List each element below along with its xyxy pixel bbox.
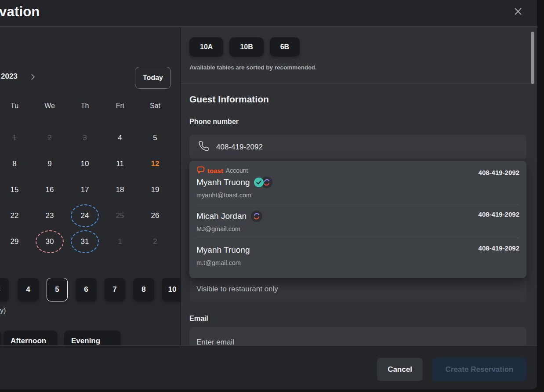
calendar-day[interactable]: 4 (102, 125, 138, 151)
calendar-day: 2 (138, 229, 173, 254)
table-chip[interactable]: 6B (270, 37, 300, 57)
guest-name: Myanh Truong (196, 178, 250, 187)
time-of-day-title: Evening (71, 337, 114, 345)
calendar-day[interactable]: 15 (0, 177, 32, 203)
calendar-date-grid: 1 2 3 4 5 8 9 10 11 12 15 16 17 18 19 22… (0, 125, 173, 254)
calendar-day[interactable]: 11 (102, 151, 138, 177)
calendar-day-event-blue[interactable]: 31 (67, 229, 102, 254)
guest-suggestions-dropdown: toast Account Myanh Truong myanht@toast.… (189, 161, 526, 278)
party-size-button[interactable]: 6 (76, 278, 97, 301)
phone-input-value: 408-419-2092 (216, 143, 263, 152)
event-ring-icon (36, 230, 64, 253)
guest-information-heading: Guest Information (189, 94, 269, 105)
calendar-day[interactable]: 10 (67, 151, 102, 177)
guest-phone: 408-419-2092 (479, 211, 519, 218)
calendar-day: 2 (32, 125, 67, 151)
calendar-day: 1 (0, 125, 32, 151)
verified-check-icon (254, 178, 264, 187)
notes-input[interactable]: Visible to restaurant only (189, 276, 526, 302)
calendar-day[interactable]: 23 (32, 203, 67, 229)
reservation-details-panel: 10A 10B 6B Available tables are sorted b… (181, 27, 537, 345)
modal-footer: Cancel Create Reservation (0, 345, 537, 389)
party-size-button[interactable]: 3 (0, 278, 9, 301)
modal-header: vation (0, 0, 537, 27)
toast-brand-text: toast (207, 167, 223, 174)
weekday-label: Sat (138, 102, 173, 110)
phone-input[interactable]: 408-419-2092 (189, 135, 526, 159)
time-of-day-title: Afternoon (11, 337, 51, 345)
party-size-button[interactable]: 7 (104, 278, 125, 301)
table-chip[interactable]: 10A (189, 37, 223, 57)
guest-phone: 408-419-2092 (479, 169, 519, 176)
account-label: Account (226, 167, 248, 174)
time-of-day-button-evening[interactable]: Evening 5pm - 12am (64, 330, 121, 345)
guest-suggestion-row[interactable]: toast Account Myanh Truong myanht@toast.… (189, 161, 526, 204)
today-button[interactable]: Today (135, 67, 171, 89)
guest-name: Myanh Truong (196, 245, 250, 255)
email-label: Email (189, 315, 208, 323)
next-month-chevron-icon[interactable] (30, 73, 36, 80)
party-size-button[interactable]: 10 (162, 278, 180, 301)
event-ring-icon (71, 230, 99, 253)
modal-title: vation (0, 4, 40, 20)
email-placeholder: Enter email (196, 338, 234, 345)
calendar-day-event-red[interactable]: 30 (32, 229, 67, 254)
calendar-day: 1 (102, 229, 138, 254)
guest-name: Micah Jordan (196, 211, 247, 221)
tables-note: Available tables are sorted by recommend… (189, 64, 317, 71)
calendar-day[interactable]: 26 (138, 203, 173, 229)
calendar-day[interactable]: 5 (138, 125, 173, 151)
weekday-label: Tu (0, 102, 32, 110)
toast-logo-icon (196, 166, 205, 175)
calendar-day[interactable]: 22 (0, 203, 32, 229)
close-icon[interactable] (512, 6, 524, 17)
party-size-button[interactable]: 8 (133, 278, 154, 301)
weekday-label: Fri (102, 102, 138, 110)
calendar-day-selected[interactable]: 12 (138, 151, 173, 177)
email-input[interactable]: Enter email (189, 327, 526, 345)
calendar-day-event-blue[interactable]: 24 (67, 203, 102, 229)
calendar-day[interactable]: 17 (67, 177, 102, 203)
guest-phone: 408-419-2092 (479, 244, 519, 252)
weekday-header-row: Tu We Th Fri Sat (0, 102, 173, 110)
scrollbar-thumb[interactable] (531, 32, 534, 84)
weekday-label: We (32, 102, 67, 110)
calendar-day: 25 (102, 203, 138, 229)
guest-email: myanht@toast.com (196, 192, 519, 199)
guest-email: m.t@gmail.com (196, 259, 519, 266)
loyalty-sync-icon (251, 211, 262, 222)
create-reservation-button[interactable]: Create Reservation (432, 358, 526, 381)
party-size-button[interactable]: 4 (18, 278, 39, 301)
cancel-button[interactable]: Cancel (377, 358, 423, 381)
event-ring-icon (71, 204, 99, 227)
time-of-day-label: y) (0, 307, 6, 315)
guest-email: MJ@gmail.com (196, 225, 519, 232)
notes-placeholder: Visible to restaurant only (196, 285, 278, 294)
party-size-row: 3 4 5 6 7 8 10 (0, 278, 180, 301)
party-size-button-selected[interactable]: 5 (47, 278, 68, 301)
calendar-day[interactable]: 19 (138, 177, 173, 203)
calendar-day[interactable]: 9 (32, 151, 67, 177)
calendar-day[interactable]: 18 (102, 177, 138, 203)
phone-icon (198, 141, 209, 153)
guest-suggestion-row[interactable]: Micah Jordan MJ@gmail.com 408-419-2092 (189, 204, 526, 238)
calendar-day[interactable]: 8 (0, 151, 32, 177)
calendar-panel: 2023 Today Tu We Th Fri Sat 1 2 3 4 5 8 … (0, 27, 180, 345)
phone-number-label: Phone number (189, 118, 239, 126)
calendar-day[interactable]: 16 (32, 177, 67, 203)
tables-section: 10A 10B 6B Available tables are sorted b… (181, 27, 537, 83)
table-chip[interactable]: 10B (229, 37, 263, 57)
time-of-day-button-cut[interactable] (0, 330, 1, 345)
calendar-month-label: 2023 (1, 72, 18, 81)
guest-suggestion-row[interactable]: Myanh Truong m.t@gmail.com 408-419-2092 (189, 238, 526, 272)
calendar-day: 3 (67, 125, 102, 151)
time-of-day-button-afternoon[interactable]: Afternoon 12pm - 5pm (4, 330, 58, 345)
weekday-label: Th (67, 102, 102, 110)
calendar-day[interactable]: 29 (0, 229, 32, 254)
